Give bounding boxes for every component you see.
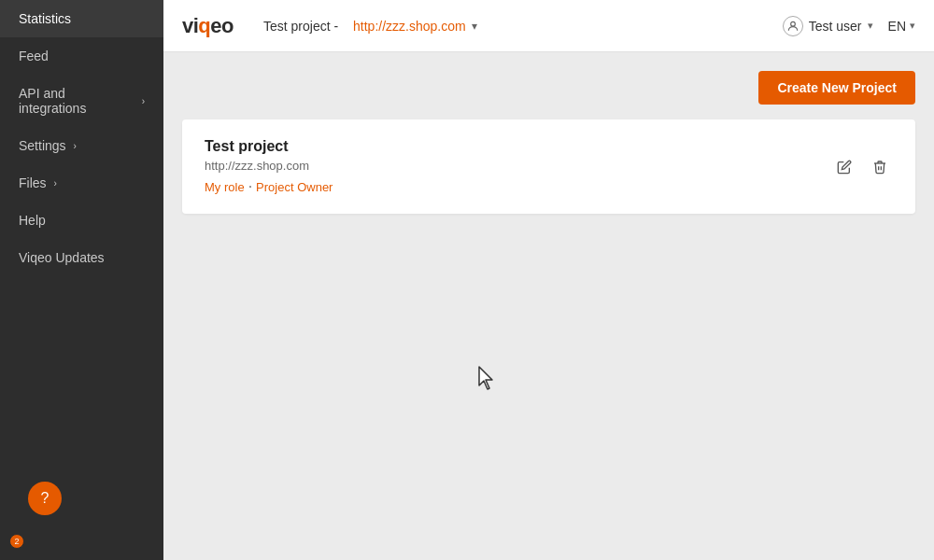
delete-project-button[interactable]: [867, 154, 893, 180]
svg-point-0: [790, 21, 795, 26]
chevron-down-icon: ▾: [472, 20, 477, 33]
user-avatar-icon: [783, 16, 803, 36]
project-info: Test project http://zzz.shop.com My role…: [205, 138, 333, 195]
project-url: http://zzz.shop.com: [205, 159, 333, 173]
chevron-right-icon: ›: [74, 141, 77, 151]
chevron-down-icon: ▾: [910, 20, 915, 32]
sidebar-item-feed[interactable]: Feed: [0, 37, 163, 75]
help-icon-button[interactable]: ?: [28, 482, 62, 515]
project-url-link[interactable]: http://zzz.shop.com: [353, 19, 466, 34]
project-label: Test project -: [263, 19, 338, 34]
sidebar-item-label: Statistics: [19, 11, 71, 26]
lang-label: EN: [888, 19, 906, 34]
trash-icon: [872, 160, 887, 175]
sidebar-item-statistics[interactable]: Statistics: [0, 0, 163, 37]
empty-content-area: [182, 221, 915, 541]
chevron-right-icon: ›: [54, 178, 57, 189]
main-area: viqeo Test project - http://zzz.shop.com…: [163, 0, 934, 560]
sidebar-item-label: API and integrations: [19, 86, 134, 116]
role-text: My role: [205, 180, 245, 194]
logo: viqeo: [182, 14, 234, 38]
project-actions: [831, 154, 893, 180]
project-title: Test project: [205, 138, 333, 155]
sidebar-item-api[interactable]: API and integrations ›: [0, 75, 163, 127]
sidebar-item-label: Feed: [19, 49, 49, 63]
user-name-label: Test user: [809, 19, 862, 34]
project-selector[interactable]: Test project - http://zzz.shop.com ▾: [263, 19, 768, 34]
user-menu-button[interactable]: Test user ▾: [783, 16, 873, 36]
role-separator: ·: [248, 178, 252, 195]
header: viqeo Test project - http://zzz.shop.com…: [163, 0, 934, 52]
sidebar-item-files[interactable]: Files ›: [0, 164, 163, 202]
sidebar-item-label: Settings: [19, 138, 66, 153]
cursor-icon: [475, 365, 498, 393]
project-owner-link[interactable]: Project Owner: [256, 180, 333, 194]
sidebar-item-label: Help: [19, 213, 46, 228]
toolbar: Create New Project: [182, 71, 915, 105]
sidebar-item-viqeo-updates[interactable]: Viqeo Updates: [0, 239, 163, 276]
project-card: Test project http://zzz.shop.com My role…: [182, 119, 915, 214]
sidebar-item-help[interactable]: Help: [0, 202, 163, 239]
chevron-down-icon: ▾: [868, 20, 873, 32]
badge-count: 2: [9, 534, 24, 549]
content-area: Create New Project Test project http://z…: [163, 52, 934, 560]
sidebar-item-settings[interactable]: Settings ›: [0, 127, 163, 164]
chevron-right-icon: ›: [142, 96, 145, 106]
question-mark-icon: ?: [41, 490, 50, 507]
create-new-project-button[interactable]: Create New Project: [758, 71, 915, 105]
sidebar-item-label: Files: [19, 175, 47, 190]
edit-icon: [837, 160, 852, 175]
sidebar: Statistics Feed API and integrations › S…: [0, 0, 163, 560]
header-right: Test user ▾ EN ▾: [783, 16, 915, 36]
role-value: Project Owner: [256, 180, 333, 194]
sidebar-item-label: Viqeo Updates: [19, 250, 105, 265]
my-role-link[interactable]: My role: [205, 180, 245, 194]
language-selector[interactable]: EN ▾: [888, 19, 915, 34]
edit-project-button[interactable]: [831, 154, 857, 180]
